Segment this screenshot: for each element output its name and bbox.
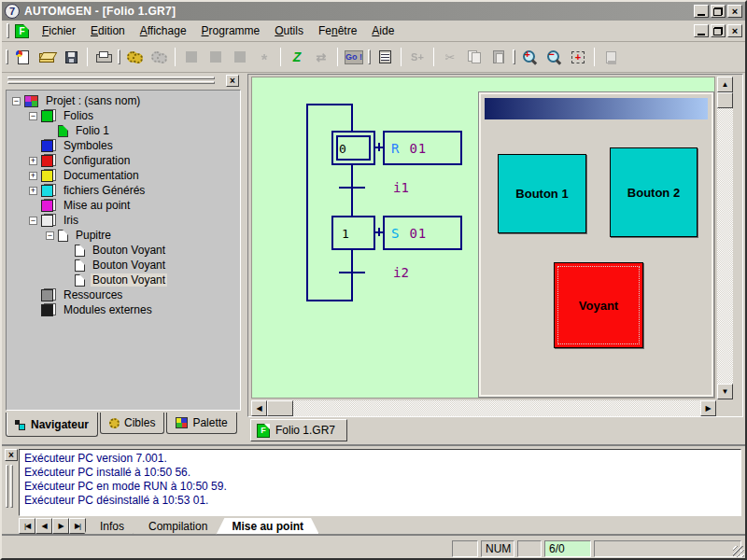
symbols-stack-icon	[41, 139, 56, 152]
close-button[interactable]: ×	[727, 5, 742, 18]
go-button[interactable]: Go !	[342, 46, 366, 69]
tab-compilation[interactable]: Compilation	[133, 518, 223, 535]
prev-tab-button[interactable]: ◀	[35, 518, 52, 534]
tree-item-fichiers-generes[interactable]: +fichiers Générés	[7, 183, 240, 198]
toolbar-gripper[interactable]	[513, 49, 515, 64]
tree-item-documentation[interactable]: +Documentation	[7, 168, 240, 183]
collapse-icon[interactable]: −	[46, 231, 54, 240]
horizontal-scrollbar[interactable]: ◀ ▶	[251, 400, 716, 416]
grafcet-action-r01[interactable]: R 01	[383, 131, 462, 165]
collapse-icon[interactable]: −	[12, 97, 21, 105]
new-file-button[interactable]	[10, 46, 35, 69]
restore-button[interactable]	[711, 5, 726, 18]
page-icon	[75, 259, 85, 272]
toolbar-gripper[interactable]	[118, 49, 120, 64]
next-tab-button[interactable]: ▶	[52, 518, 69, 534]
panel-close-button[interactable]: ×	[226, 75, 239, 87]
grafcet-action-s01[interactable]: S 01	[383, 216, 462, 250]
horizontal-scroll-track[interactable]	[293, 400, 700, 416]
menu-edition[interactable]: Edition	[83, 21, 133, 40]
expand-icon[interactable]: +	[29, 157, 37, 165]
vertical-scroll-thumb[interactable]	[717, 92, 733, 108]
open-button[interactable]	[35, 46, 59, 69]
tree-item-folio-1[interactable]: Folio 1	[7, 123, 240, 138]
tree-item-bouton-voyant-2[interactable]: Bouton Voyant	[7, 258, 240, 273]
run-button[interactable]: Z	[285, 46, 309, 69]
print-button[interactable]	[92, 46, 116, 69]
menu-fichier[interactable]: Fichier	[35, 21, 83, 40]
log-gripper[interactable]	[10, 465, 13, 508]
tab-palette[interactable]: Palette	[166, 413, 236, 434]
expand-icon[interactable]: +	[29, 187, 37, 195]
tree-item-projet[interactable]: −Projet : (sans nom)	[7, 93, 240, 108]
log-close-button[interactable]: ×	[5, 449, 18, 461]
toolbar-gripper[interactable]	[6, 49, 8, 64]
horizontal-scroll-thumb[interactable]	[267, 400, 293, 416]
grafcet-transition-1[interactable]	[339, 187, 365, 189]
zoom-in-button[interactable]: +	[517, 46, 542, 69]
tab-infos[interactable]: Infos	[84, 518, 140, 535]
tree-item-folios[interactable]: −Folios	[7, 108, 240, 123]
tab-cibles[interactable]: Cibles	[100, 413, 164, 434]
expand-icon[interactable]: +	[29, 172, 37, 180]
tree-item-bouton-voyant-3[interactable]: Bouton Voyant	[7, 273, 240, 287]
first-tab-button[interactable]: |◀	[19, 518, 35, 534]
tree-item-pupitre[interactable]: −Pupitre	[7, 228, 240, 243]
save-button[interactable]	[59, 46, 83, 69]
menu-aide[interactable]: Aide	[364, 21, 402, 40]
zoom-region-button[interactable]: +	[566, 46, 590, 69]
scroll-up-button[interactable]: ▲	[717, 77, 733, 92]
tree-item-modules-externes[interactable]: Modules externes	[7, 302, 240, 317]
panel-gripper[interactable]	[7, 81, 215, 84]
menu-programme[interactable]: Programme	[194, 21, 268, 40]
menu-outils[interactable]: Outils	[267, 21, 311, 40]
resize-grip[interactable]	[733, 546, 744, 557]
tree-item-mise-au-point[interactable]: Mise au point	[7, 198, 240, 213]
last-tab-button[interactable]: ▶|	[69, 518, 86, 534]
minimize-button[interactable]	[694, 5, 709, 18]
compile-button[interactable]	[122, 46, 147, 69]
list-icon	[379, 50, 391, 63]
mdi-minimize-button[interactable]	[694, 24, 709, 37]
menu-fenetre[interactable]: Fenêtre	[311, 21, 364, 40]
scroll-down-button[interactable]: ▼	[717, 384, 733, 399]
tab-mise-au-point[interactable]: Mise au point	[216, 518, 319, 535]
grafcet-transition-2[interactable]	[339, 272, 365, 273]
list-button[interactable]	[373, 46, 397, 69]
folio-canvas[interactable]: 0 R 01 i1 1 S 01	[251, 77, 715, 399]
copy-button	[462, 46, 486, 69]
tree-item-bouton-voyant-1[interactable]: Bouton Voyant	[7, 243, 240, 258]
toolbar-gripper[interactable]	[368, 49, 371, 64]
scroll-left-button[interactable]: ◀	[251, 400, 267, 416]
zoom-out-button[interactable]: −	[542, 46, 566, 69]
tab-navigateur[interactable]: Navigateur	[6, 413, 98, 437]
vertical-scroll-track[interactable]	[717, 108, 733, 384]
bouton-1[interactable]: Bouton 1	[498, 154, 586, 233]
mdi-restore-button[interactable]	[711, 24, 726, 37]
grafcet-step-0[interactable]: 0	[331, 131, 375, 165]
page-icon	[58, 230, 68, 242]
transition-label-i2[interactable]: i2	[393, 265, 409, 280]
scroll-right-button[interactable]: ▶	[700, 400, 716, 416]
tree-item-ressources[interactable]: Ressources	[7, 287, 240, 302]
collapse-icon[interactable]: −	[29, 217, 37, 225]
tree-item-symboles[interactable]: Symboles	[7, 138, 240, 153]
tree-item-iris[interactable]: −Iris	[7, 213, 240, 228]
menu-affichage[interactable]: Affichage	[133, 21, 194, 40]
toolbar-separator	[175, 48, 176, 66]
document-tab-folio[interactable]: F Folio 1.GR7	[250, 419, 347, 441]
transition-label-i1[interactable]: i1	[393, 180, 409, 195]
mdi-close-button[interactable]: ×	[727, 24, 742, 37]
log-gripper[interactable]	[6, 465, 8, 508]
status-num-indicator: NUM	[481, 540, 514, 557]
bouton-2[interactable]: Bouton 2	[610, 147, 698, 237]
panel-gripper[interactable]	[7, 77, 215, 79]
voyant-lamp[interactable]: Voyant	[554, 262, 643, 348]
tree-item-configuration[interactable]: +Configuration	[7, 153, 240, 168]
collapse-icon[interactable]: −	[29, 112, 37, 120]
compile-gears-icon	[127, 51, 143, 63]
grafcet-step-1[interactable]: 1	[331, 216, 375, 250]
menubar-gripper[interactable]	[7, 23, 9, 38]
vertical-scrollbar[interactable]: ▲ ▼	[717, 77, 733, 399]
log-output[interactable]: Exécuteur PC version 7.001. Exécuteur PC…	[19, 449, 741, 516]
